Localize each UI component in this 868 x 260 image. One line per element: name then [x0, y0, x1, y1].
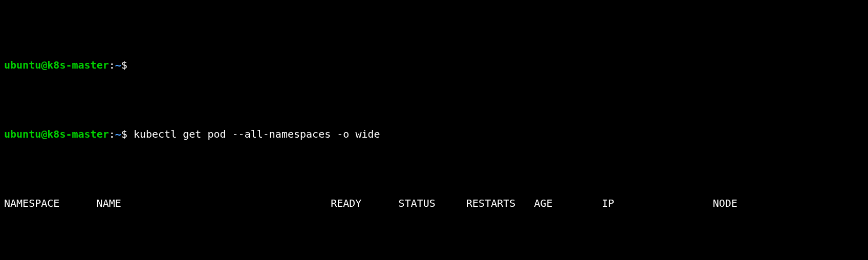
col-ready: READY — [331, 197, 398, 210]
command-text — [127, 128, 134, 140]
col-namespace: NAMESPACE — [4, 197, 97, 210]
prompt-colon: : — [109, 128, 115, 140]
col-status: STATUS — [399, 197, 466, 210]
table-header-row: NAMESPACENAMEREADYSTATUSRESTARTSAGEIPNOD… — [4, 197, 864, 210]
prompt-dollar: $ — [121, 128, 127, 140]
prompt-host: k8s-master — [47, 128, 108, 140]
prompt-user: ubuntu — [4, 59, 41, 71]
col-restarts: RESTARTS — [466, 197, 534, 210]
prompt-colon: : — [109, 59, 115, 71]
prompt-user: ubuntu — [4, 128, 41, 140]
col-age: AGE — [534, 197, 601, 210]
prompt-at: @ — [41, 128, 47, 140]
col-name: NAME — [97, 197, 331, 210]
terminal[interactable]: ubuntu@k8s-master:~$ ubuntu@k8s-master:~… — [0, 0, 868, 260]
prompt-host: k8s-master — [47, 59, 108, 71]
prompt-cwd: ~ — [115, 128, 121, 140]
prompt-line-empty: ubuntu@k8s-master:~$ — [4, 58, 864, 72]
prompt-dollar: $ — [121, 59, 127, 71]
command: kubectl get pod --all-namespaces -o wide — [134, 128, 380, 140]
prompt-cwd: ~ — [115, 59, 121, 71]
col-node: NODE — [713, 197, 799, 210]
prompt-line-command: ubuntu@k8s-master:~$ kubectl get pod --a… — [4, 127, 864, 141]
prompt-at: @ — [41, 59, 47, 71]
col-ip: IP — [602, 197, 713, 210]
